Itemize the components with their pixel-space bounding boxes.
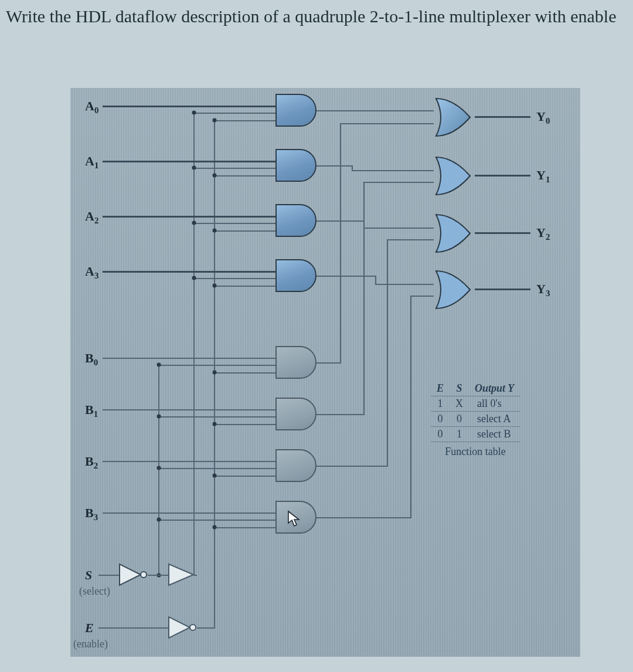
or-y0-gate — [434, 97, 479, 137]
wire-a3 — [103, 271, 278, 273]
wire-a1 — [103, 161, 278, 162]
and-b1-gate — [275, 398, 316, 430]
wire-b2 — [103, 461, 278, 462]
wire-b3-v — [410, 296, 411, 518]
input-b0-label: B0 — [85, 351, 98, 368]
wire-b1-out2 — [363, 182, 434, 183]
and-a1-gate — [275, 149, 316, 182]
input-e-label: E — [85, 620, 94, 636]
th-s: S — [450, 381, 469, 396]
wire-a0-sn — [193, 113, 275, 114]
wire-b3-out2 — [410, 296, 434, 297]
wire-a1-out2 — [352, 170, 434, 171]
wire-y1 — [475, 175, 530, 177]
or-y1-gate — [434, 156, 479, 196]
wire-y3 — [475, 289, 530, 290]
and-b2-gate — [275, 449, 316, 482]
junction-dot — [192, 111, 196, 115]
wire-a0 — [103, 106, 278, 107]
wire-a2-en — [214, 230, 275, 232]
cell: 0 — [431, 427, 450, 442]
svg-point-0 — [141, 572, 147, 578]
cell: select B — [469, 427, 520, 442]
wire-b2-s — [158, 468, 275, 469]
or-y2-gate — [434, 213, 479, 253]
wire-b1-out — [316, 414, 363, 415]
input-b2-label: B2 — [85, 454, 98, 471]
junction-dot — [157, 415, 161, 419]
wire-a1-en — [214, 175, 275, 177]
and-a0-gate — [275, 94, 316, 127]
input-b3-label: B3 — [85, 505, 98, 522]
wire-a2-out2 — [363, 228, 434, 229]
wire-y2 — [475, 232, 530, 234]
wire-y0 — [475, 116, 530, 118]
select-aux-label: (select) — [79, 585, 110, 598]
wire-a3-out2 — [375, 284, 434, 285]
mux-schematic: A0 A1 A2 A3 B0 B1 B2 B3 S (select) — [70, 88, 580, 657]
table-caption: Function table — [431, 442, 520, 458]
cell: all 0's — [469, 396, 520, 412]
wire-b0-out — [316, 362, 340, 364]
wire-a3-sn — [193, 278, 275, 279]
wire-a2-sn — [193, 223, 275, 224]
junction-dot — [213, 229, 217, 233]
wire-b0-en — [214, 372, 275, 374]
and-a2-gate — [275, 204, 316, 237]
wire-b3 — [103, 513, 278, 514]
function-table: E S Output Y 1 X all 0's 0 0 select A — [431, 381, 520, 458]
wire-b0-v — [340, 123, 341, 364]
wire-en-rail — [214, 120, 215, 629]
cell: select A — [469, 412, 520, 427]
junction-dot — [157, 466, 161, 470]
junction-dot — [213, 284, 217, 288]
junction-dot — [157, 518, 161, 522]
junction-dot — [192, 221, 196, 225]
question-text: Write the HDL dataflow description of a … — [6, 4, 627, 29]
table-row: 1 X all 0's — [431, 396, 520, 412]
wire-b2-out — [316, 466, 387, 467]
and-b0-gate — [275, 346, 316, 379]
wire-b1-s — [158, 416, 275, 418]
wire-b1-en — [214, 424, 275, 425]
table-row: 0 1 select B — [431, 427, 520, 442]
junction-dot — [192, 276, 196, 280]
input-b1-label: B1 — [85, 402, 98, 419]
input-a1-label: A1 — [85, 154, 98, 171]
wire-e-out — [197, 627, 215, 629]
output-y3-label: Y3 — [536, 281, 550, 298]
input-a2-label: A2 — [85, 209, 98, 226]
not-e-gate — [168, 616, 198, 639]
and-b3-gate — [275, 501, 316, 534]
svg-point-1 — [190, 625, 196, 630]
input-a3-label: A3 — [85, 264, 98, 281]
input-a0-label: A0 — [85, 99, 98, 116]
junction-dot — [213, 118, 217, 123]
junction-dot — [213, 174, 217, 178]
wire-a3-out — [316, 276, 375, 277]
wire-b2-en — [214, 476, 275, 477]
junction-dot — [157, 363, 161, 367]
junction-dot — [213, 474, 217, 478]
enable-aux-label: (enable) — [73, 638, 108, 650]
wire-b0-out2 — [340, 123, 434, 124]
th-y: Output Y — [469, 381, 520, 396]
wire-s-in — [98, 575, 120, 576]
wire-a0-out — [316, 110, 434, 111]
wire-sn-rail — [193, 111, 195, 576]
wire-e-in — [98, 627, 169, 629]
wire-b1-v — [363, 182, 365, 415]
output-y0-label: Y0 — [536, 109, 550, 126]
wire-a1-sn — [193, 168, 275, 169]
wire-b2-out2 — [387, 239, 434, 240]
cell: X — [450, 396, 469, 412]
cell: 1 — [450, 427, 469, 442]
wire-s-out — [193, 575, 197, 576]
output-y1-label: Y1 — [536, 168, 550, 185]
junction-dot — [213, 371, 217, 375]
wire-b1 — [103, 409, 278, 410]
input-s-label: S — [85, 568, 92, 583]
wire-b2-v — [387, 239, 388, 467]
wire-b3-s — [158, 520, 275, 521]
th-e: E — [431, 381, 450, 396]
